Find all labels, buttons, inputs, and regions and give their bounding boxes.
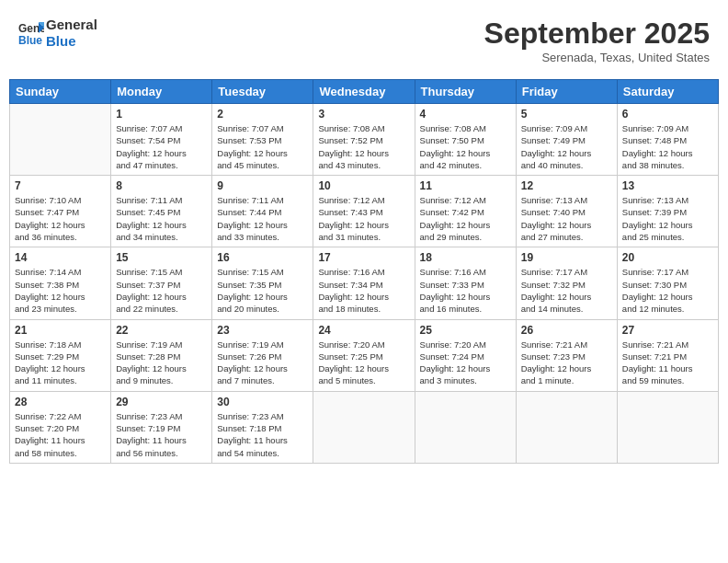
day-number: 7 [15, 179, 106, 192]
day-number: 26 [521, 324, 612, 337]
day-number: 15 [116, 251, 207, 264]
day-number: 21 [15, 324, 106, 337]
day-number: 8 [116, 179, 207, 192]
day-info: Sunrise: 7:16 AMSunset: 7:34 PMDaylight:… [318, 266, 409, 315]
calendar-cell: 4Sunrise: 7:08 AMSunset: 7:50 PMDaylight… [415, 104, 516, 176]
day-info: Sunrise: 7:15 AMSunset: 7:35 PMDaylight:… [217, 266, 308, 315]
logo-line2: Blue [46, 33, 97, 50]
day-info: Sunrise: 7:10 AMSunset: 7:47 PMDaylight:… [15, 194, 106, 243]
day-info: Sunrise: 7:21 AMSunset: 7:23 PMDaylight:… [521, 339, 612, 387]
day-info: Sunrise: 7:17 AMSunset: 7:30 PMDaylight:… [622, 266, 713, 315]
calendar-cell [516, 391, 617, 463]
calendar-cell: 6Sunrise: 7:09 AMSunset: 7:48 PMDaylight… [617, 104, 718, 176]
calendar-cell: 12Sunrise: 7:13 AMSunset: 7:40 PMDayligh… [516, 176, 617, 247]
day-info: Sunrise: 7:17 AMSunset: 7:32 PMDaylight:… [521, 266, 612, 315]
calendar-cell [313, 391, 415, 463]
month-title: September 2025 [484, 17, 710, 51]
day-info: Sunrise: 7:23 AMSunset: 7:18 PMDaylight:… [217, 410, 308, 459]
day-info: Sunrise: 7:19 AMSunset: 7:26 PMDaylight:… [217, 339, 308, 387]
weekday-header: Monday [111, 80, 212, 104]
day-info: Sunrise: 7:07 AMSunset: 7:54 PMDaylight:… [116, 122, 207, 171]
calendar-table: SundayMondayTuesdayWednesdayThursdayFrid… [9, 79, 719, 464]
day-info: Sunrise: 7:12 AMSunset: 7:43 PMDaylight:… [318, 194, 409, 243]
day-number: 17 [318, 251, 409, 264]
day-number: 24 [318, 324, 409, 337]
calendar-cell [617, 391, 718, 463]
calendar-cell: 21Sunrise: 7:18 AMSunset: 7:29 PMDayligh… [10, 319, 111, 391]
day-number: 2 [217, 108, 308, 121]
calendar-cell: 16Sunrise: 7:15 AMSunset: 7:35 PMDayligh… [212, 247, 313, 319]
day-info: Sunrise: 7:13 AMSunset: 7:39 PMDaylight:… [622, 194, 713, 243]
day-number: 4 [420, 108, 511, 121]
day-number: 9 [217, 179, 308, 192]
calendar-cell: 13Sunrise: 7:13 AMSunset: 7:39 PMDayligh… [617, 176, 718, 247]
weekday-header: Saturday [617, 80, 718, 104]
logo: General Blue General Blue [18, 17, 97, 50]
day-number: 18 [420, 251, 511, 264]
day-number: 27 [622, 324, 713, 337]
day-info: Sunrise: 7:09 AMSunset: 7:48 PMDaylight:… [622, 122, 713, 171]
day-info: Sunrise: 7:14 AMSunset: 7:38 PMDaylight:… [15, 266, 106, 315]
day-number: 12 [521, 179, 612, 192]
calendar-week-row: 28Sunrise: 7:22 AMSunset: 7:20 PMDayligh… [10, 391, 719, 463]
day-number: 1 [116, 108, 207, 121]
calendar-cell: 24Sunrise: 7:20 AMSunset: 7:25 PMDayligh… [313, 319, 415, 391]
day-number: 13 [622, 179, 713, 192]
calendar-week-row: 7Sunrise: 7:10 AMSunset: 7:47 PMDaylight… [10, 176, 719, 247]
day-number: 14 [15, 251, 106, 264]
calendar-cell: 10Sunrise: 7:12 AMSunset: 7:43 PMDayligh… [313, 176, 415, 247]
day-info: Sunrise: 7:20 AMSunset: 7:24 PMDaylight:… [420, 339, 511, 387]
day-number: 22 [116, 324, 207, 337]
day-number: 6 [622, 108, 713, 121]
calendar-cell: 1Sunrise: 7:07 AMSunset: 7:54 PMDaylight… [111, 104, 212, 176]
day-info: Sunrise: 7:18 AMSunset: 7:29 PMDaylight:… [15, 339, 106, 387]
page-header: General Blue General Blue September 2025… [9, 9, 719, 72]
title-block: September 2025 Serenada, Texas, United S… [484, 17, 710, 64]
day-info: Sunrise: 7:20 AMSunset: 7:25 PMDaylight:… [318, 339, 409, 387]
calendar-cell: 26Sunrise: 7:21 AMSunset: 7:23 PMDayligh… [516, 319, 617, 391]
day-info: Sunrise: 7:11 AMSunset: 7:45 PMDaylight:… [116, 194, 207, 243]
calendar-cell: 9Sunrise: 7:11 AMSunset: 7:44 PMDaylight… [212, 176, 313, 247]
calendar-cell: 28Sunrise: 7:22 AMSunset: 7:20 PMDayligh… [10, 391, 111, 463]
calendar-cell: 22Sunrise: 7:19 AMSunset: 7:28 PMDayligh… [111, 319, 212, 391]
weekday-header: Sunday [10, 80, 111, 104]
calendar-week-row: 14Sunrise: 7:14 AMSunset: 7:38 PMDayligh… [10, 247, 719, 319]
day-number: 20 [622, 251, 713, 264]
calendar-week-row: 1Sunrise: 7:07 AMSunset: 7:54 PMDaylight… [10, 104, 719, 176]
calendar-cell: 29Sunrise: 7:23 AMSunset: 7:19 PMDayligh… [111, 391, 212, 463]
day-number: 19 [521, 251, 612, 264]
weekday-header: Tuesday [212, 80, 313, 104]
calendar-cell: 15Sunrise: 7:15 AMSunset: 7:37 PMDayligh… [111, 247, 212, 319]
day-info: Sunrise: 7:21 AMSunset: 7:21 PMDaylight:… [622, 339, 713, 387]
calendar-cell: 18Sunrise: 7:16 AMSunset: 7:33 PMDayligh… [415, 247, 516, 319]
day-number: 3 [318, 108, 409, 121]
day-number: 29 [116, 396, 207, 408]
day-info: Sunrise: 7:08 AMSunset: 7:50 PMDaylight:… [420, 122, 511, 171]
day-info: Sunrise: 7:22 AMSunset: 7:20 PMDaylight:… [15, 410, 106, 459]
location: Serenada, Texas, United States [484, 51, 710, 64]
calendar-cell: 20Sunrise: 7:17 AMSunset: 7:30 PMDayligh… [617, 247, 718, 319]
day-number: 10 [318, 179, 409, 192]
day-info: Sunrise: 7:15 AMSunset: 7:37 PMDaylight:… [116, 266, 207, 315]
calendar-cell: 2Sunrise: 7:07 AMSunset: 7:53 PMDaylight… [212, 104, 313, 176]
day-info: Sunrise: 7:12 AMSunset: 7:42 PMDaylight:… [420, 194, 511, 243]
calendar-cell: 14Sunrise: 7:14 AMSunset: 7:38 PMDayligh… [10, 247, 111, 319]
day-info: Sunrise: 7:11 AMSunset: 7:44 PMDaylight:… [217, 194, 308, 243]
svg-text:Blue: Blue [18, 34, 42, 46]
logo-line1: General [46, 17, 97, 33]
logo-icon: General Blue [18, 20, 44, 46]
calendar-cell [10, 104, 111, 176]
day-number: 28 [15, 396, 106, 408]
weekday-header: Thursday [415, 80, 516, 104]
day-number: 11 [420, 179, 511, 192]
calendar-cell: 11Sunrise: 7:12 AMSunset: 7:42 PMDayligh… [415, 176, 516, 247]
calendar-cell: 25Sunrise: 7:20 AMSunset: 7:24 PMDayligh… [415, 319, 516, 391]
weekday-header-row: SundayMondayTuesdayWednesdayThursdayFrid… [10, 80, 719, 104]
day-info: Sunrise: 7:08 AMSunset: 7:52 PMDaylight:… [318, 122, 409, 171]
day-number: 23 [217, 324, 308, 337]
day-info: Sunrise: 7:07 AMSunset: 7:53 PMDaylight:… [217, 122, 308, 171]
calendar-cell: 17Sunrise: 7:16 AMSunset: 7:34 PMDayligh… [313, 247, 415, 319]
calendar-cell: 23Sunrise: 7:19 AMSunset: 7:26 PMDayligh… [212, 319, 313, 391]
day-number: 5 [521, 108, 612, 121]
day-info: Sunrise: 7:16 AMSunset: 7:33 PMDaylight:… [420, 266, 511, 315]
